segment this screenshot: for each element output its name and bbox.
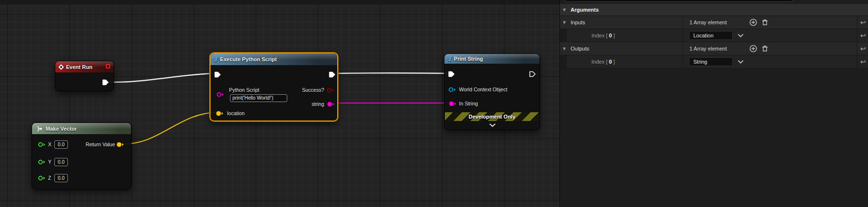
function-icon: f	[448, 56, 451, 62]
arguments-category-row[interactable]: ▼ Arguments	[560, 4, 868, 16]
execute-python-header[interactable]: f Execute Python Script	[211, 53, 337, 65]
node-event-run[interactable]: Event Run	[55, 61, 114, 91]
details-panel: ▼ Arguments ▼ Inputs 1 Array element ↩	[559, 0, 868, 207]
node-title: Make Vector	[46, 126, 77, 132]
development-only-banner: Development Only	[445, 112, 539, 121]
inputs-row[interactable]: ▼ Inputs 1 Array element ↩	[560, 16, 868, 29]
node-print-string[interactable]: f Print String World Context Object In S…	[444, 53, 540, 130]
chevron-down-icon[interactable]	[737, 60, 744, 64]
outputs-count: 1 Array element	[689, 46, 727, 52]
pin-label-success: Success?	[302, 87, 324, 93]
print-string-header[interactable]: f Print String	[444, 54, 540, 64]
pin-label-string: string	[311, 101, 324, 107]
chevron-down-icon[interactable]	[737, 34, 744, 38]
input-type-combobox[interactable]: Location	[689, 31, 733, 40]
blueprint-graph-canvas[interactable]: Event Run f Execute Python Script Python…	[0, 0, 559, 207]
success-pin[interactable]	[327, 87, 335, 93]
event-icon	[58, 64, 64, 69]
column-divider	[683, 16, 683, 29]
column-divider	[683, 55, 683, 68]
pin-label-z: Z	[48, 175, 51, 181]
in-string-pin[interactable]	[449, 101, 457, 107]
pin-label-y: Y	[48, 159, 51, 165]
reset-to-default-icon[interactable]: ↩	[860, 32, 866, 39]
return-value-pin[interactable]	[116, 141, 125, 148]
column-divider	[683, 29, 683, 42]
make-struct-icon	[36, 126, 43, 132]
python-script-pin[interactable]	[216, 91, 225, 98]
y-pin[interactable]	[38, 159, 46, 165]
exec-wire-eventrun-execute[interactable]	[108, 73, 216, 82]
reset-column-divider	[857, 55, 857, 68]
pin-label-python-script: Python Script	[229, 87, 259, 93]
exec-wire-execute-printstring[interactable]	[334, 73, 449, 73]
inputs-index-row[interactable]: Index [ 0 ] Location ↩	[560, 29, 868, 42]
exec-out-pin[interactable]	[328, 71, 336, 78]
x-value-input[interactable]: 0.0	[54, 140, 68, 149]
vector-wire-makevector-execute[interactable]	[123, 112, 217, 144]
z-value-input[interactable]: 0.0	[54, 174, 68, 182]
exec-in-pin[interactable]	[448, 70, 455, 78]
function-icon: f	[214, 56, 217, 63]
reset-to-default-icon[interactable]: ↩	[860, 18, 866, 26]
world-context-pin[interactable]	[448, 86, 457, 93]
reset-column-divider	[857, 16, 857, 29]
column-divider	[683, 42, 683, 55]
exec-in-pin[interactable]	[214, 71, 221, 78]
inputs-label: Inputs	[571, 19, 585, 25]
node-title: Event Run	[66, 64, 92, 70]
pin-label-in-string: In String	[459, 101, 478, 107]
pin-label-world-context: World Context Object	[459, 86, 508, 93]
outputs-label: Outputs	[571, 46, 590, 52]
node-title: Execute Python Script	[220, 56, 277, 62]
reset-to-default-icon[interactable]: ↩	[860, 58, 866, 66]
pin-label-return-value: Return Value	[85, 141, 115, 148]
inputs-count: 1 Array element	[689, 19, 727, 25]
partial-input-box[interactable]	[565, 0, 793, 2]
reset-to-default-icon[interactable]: ↩	[860, 45, 866, 52]
blueprint-editor: Event Run f Execute Python Script Python…	[0, 0, 868, 207]
reset-column-divider	[857, 29, 857, 42]
add-array-element-icon[interactable]	[749, 45, 757, 53]
location-pin[interactable]	[216, 110, 224, 117]
exec-out-pin[interactable]	[102, 79, 109, 86]
output-type-combobox[interactable]: String	[689, 57, 733, 66]
node-execute-python-script[interactable]: f Execute Python Script Python Script pr…	[210, 52, 338, 121]
string-out-pin[interactable]	[327, 101, 335, 107]
y-value-input[interactable]: 0.0	[54, 158, 68, 166]
add-array-element-icon[interactable]	[749, 18, 757, 27]
indent-guide	[560, 29, 567, 42]
pin-label-location: location	[227, 110, 245, 117]
reset-column-divider	[857, 42, 857, 55]
node-make-vector[interactable]: Make Vector X 0.0 Return Value Y 0.0	[32, 122, 131, 190]
development-only-label: Development Only	[469, 114, 516, 120]
pin-label-x: X	[48, 141, 51, 148]
make-vector-header[interactable]: Make Vector	[32, 123, 131, 134]
expand-chevron-icon[interactable]	[489, 123, 496, 127]
indent-guide	[560, 55, 567, 68]
index-label: Index [ 0 ]	[591, 59, 615, 65]
outputs-index-row[interactable]: Index [ 0 ] String ↩	[560, 55, 868, 69]
z-pin[interactable]	[38, 175, 46, 181]
x-pin[interactable]	[38, 141, 46, 148]
expander-arrow-icon[interactable]: ▼	[563, 47, 566, 51]
delete-array-icon[interactable]	[761, 18, 769, 27]
outputs-row[interactable]: ▼ Outputs 1 Array element ↩	[560, 42, 868, 55]
expander-arrow-icon[interactable]: ▼	[563, 20, 566, 25]
delete-array-icon[interactable]	[761, 45, 769, 53]
event-run-header[interactable]: Event Run	[55, 61, 114, 72]
expander-arrow-icon[interactable]: ▼	[563, 8, 566, 12]
exec-out-pin[interactable]	[529, 70, 536, 78]
arguments-label: Arguments	[571, 7, 599, 13]
python-script-input[interactable]: print('Hello World!')	[230, 94, 287, 102]
delegate-pin-icon[interactable]	[106, 64, 110, 69]
index-label: Index [ 0 ]	[591, 33, 615, 38]
node-title: Print String	[454, 56, 483, 62]
